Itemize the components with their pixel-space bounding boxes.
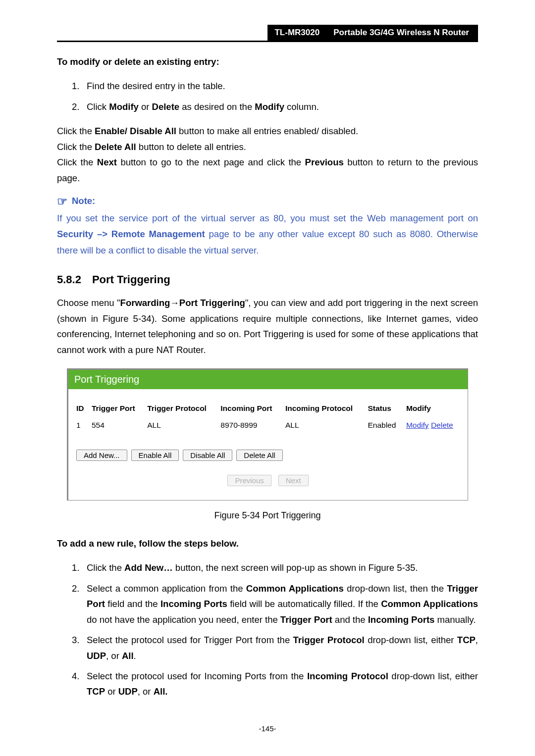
text: field will be automatically filled. If t… (227, 599, 381, 609)
text: Click the (57, 126, 95, 136)
bold-text: Common Applications (246, 583, 344, 594)
th-incoming-protocol: Incoming Protocol (282, 402, 365, 419)
list-number: 1. (72, 78, 87, 94)
paragraph: Click the Next button to go to the next … (57, 154, 478, 186)
add-rule-heading: To add a new rule, follow the steps belo… (57, 536, 478, 551)
text: or (105, 686, 118, 697)
text: Select a common application from the (87, 583, 246, 594)
th-incoming-port: Incoming Port (217, 402, 282, 419)
bold-text: Delete All (95, 142, 136, 152)
add-rule-step-4: 4. Select the protocol used for Incoming… (72, 668, 478, 700)
paragraph: Click the Delete All button to delete al… (57, 139, 478, 154)
button-row-2: Previous Next (73, 475, 463, 486)
text: , or (138, 686, 154, 697)
note-label: Note: (72, 196, 95, 206)
section-number: 5.8.2 (57, 273, 81, 286)
bold-text: All. (154, 686, 168, 697)
modify-heading: To modify or delete an existing entry: (57, 54, 478, 69)
bold-text: All (122, 651, 134, 661)
text: do not have the application you need, en… (87, 614, 280, 625)
bold-text: Enable/ Disable All (95, 126, 176, 136)
modify-step-1: 1. Find the desired entry in the table. (72, 78, 478, 94)
section-paragraph: Choose menu "Forwarding→Port Triggering"… (57, 295, 478, 357)
list-item-text: Find the desired entry in the table. (87, 78, 478, 94)
document-page: TL-MR3020 Portable 3G/4G Wireless N Rout… (0, 0, 535, 753)
table-header-row: ID Trigger Port Trigger Protocol Incomin… (73, 402, 463, 419)
add-new-button[interactable]: Add New... (76, 450, 127, 461)
paragraph: Click the Enable/ Disable All button to … (57, 123, 478, 139)
text: Click the (57, 142, 95, 152)
text: button to go to the next page and click … (117, 157, 305, 167)
text: drop-down list, then the (344, 583, 447, 594)
th-modify: Modify (403, 402, 463, 419)
text: drop-down list, either (388, 671, 478, 681)
text: or (139, 101, 152, 112)
list-item-text: Click Modify or Delete as desired on the… (87, 99, 478, 114)
add-rule-step-1: 1. Click the Add New… button, the next s… (72, 560, 478, 575)
note-body: If you set the service port of the virtu… (57, 210, 478, 258)
th-trigger-protocol: Trigger Protocol (144, 402, 217, 419)
list-number: 1. (72, 560, 87, 575)
bold-text: Security –> Remote Management (57, 229, 205, 239)
text: manually. (434, 614, 476, 625)
text: Choose menu " (57, 298, 120, 308)
bold-text: Incoming Protocol (307, 671, 388, 681)
bold-text: Forwarding→Port Triggering (120, 298, 245, 308)
bold-text: Incoming Ports (160, 599, 227, 609)
section-title: Port Triggering (92, 273, 170, 286)
delete-link[interactable]: Delete (431, 421, 453, 429)
list-number: 3. (72, 632, 87, 663)
cell-trigger-port: 554 (89, 419, 144, 432)
section-heading: 5.8.2Port Triggering (57, 273, 478, 286)
th-trigger-port: Trigger Port (89, 402, 144, 419)
cell-id: 1 (73, 419, 89, 432)
disable-all-button[interactable]: Disable All (183, 450, 232, 461)
text: Click the (87, 562, 124, 573)
enable-all-button[interactable]: Enable All (131, 450, 179, 461)
cell-trigger-protocol: ALL (144, 419, 217, 432)
port-triggering-table: ID Trigger Port Trigger Protocol Incomin… (73, 402, 463, 432)
bold-text: Delete (152, 101, 180, 112)
model-badge: TL-MR3020 (268, 25, 326, 41)
figure-banner: Port Triggering (68, 370, 468, 389)
modify-link[interactable]: Modify (406, 421, 429, 429)
text: button to delete all entries. (136, 142, 246, 152)
product-title: Portable 3G/4G Wireless N Router (326, 25, 478, 41)
list-number: 2. (72, 99, 87, 114)
cell-modify: Modify Delete (403, 419, 463, 432)
modify-step-2: 2. Click Modify or Delete as desired on … (72, 99, 478, 114)
table-row: 1 554 ALL 8970-8999 ALL Enabled Modify D… (73, 419, 463, 432)
pointing-hand-icon: ☞ (57, 195, 68, 208)
bold-text: Trigger Port (280, 614, 332, 625)
text: , (476, 635, 478, 645)
list-item-text: Select a common application from the Com… (87, 581, 478, 627)
list-number: 2. (72, 581, 87, 627)
text: Click (87, 101, 109, 112)
text: button, the next screen will pop-up as s… (173, 562, 418, 573)
next-button[interactable]: Next (278, 475, 309, 486)
cell-status: Enabled (365, 419, 403, 432)
bold-text: Trigger Protocol (293, 635, 365, 645)
th-id: ID (73, 402, 89, 419)
add-rule-step-2: 2. Select a common application from the … (72, 581, 478, 627)
figure-port-triggering: Port Triggering ID Trigger Port Trigger … (67, 368, 468, 501)
bold-text: Add New… (124, 562, 173, 573)
previous-button[interactable]: Previous (227, 475, 271, 486)
text: Click the (57, 157, 97, 167)
list-item-text: Click the Add New… button, the next scre… (87, 560, 478, 575)
delete-all-button[interactable]: Delete All (236, 450, 282, 461)
list-number: 4. (72, 668, 87, 700)
text: , or (106, 651, 122, 661)
text: and the (332, 614, 368, 625)
text: Select the protocol used for Trigger Por… (87, 635, 293, 645)
text: field and the (105, 599, 160, 609)
text: as desired on the (179, 101, 255, 112)
bold-text: UDP (118, 686, 138, 697)
text: If you set the service port of the virtu… (57, 213, 478, 223)
text: drop-down list, either (365, 635, 457, 645)
bold-text: Next (97, 157, 117, 167)
bold-text: Modify (255, 101, 284, 112)
bold-text: TCP (457, 635, 476, 645)
text: Select the protocol used for Incoming Po… (87, 671, 307, 681)
bold-text: Previous (305, 157, 344, 167)
